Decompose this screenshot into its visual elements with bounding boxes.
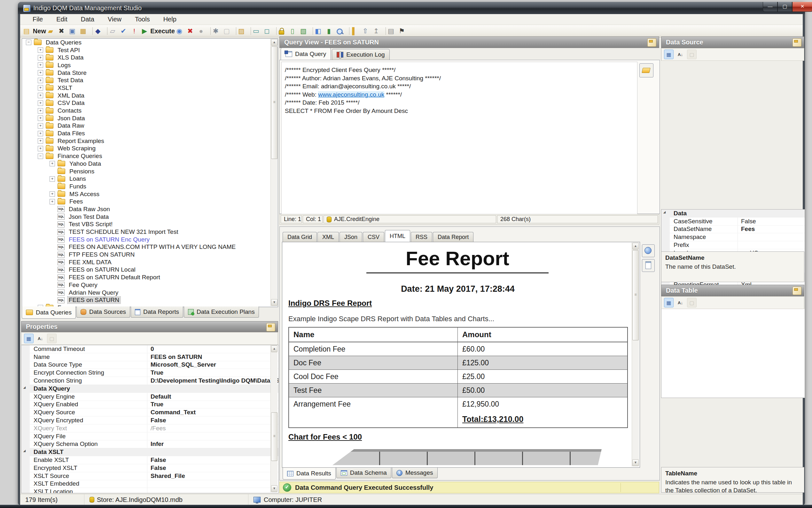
property-value[interactable]: Default	[147, 393, 279, 400]
preview-scrollbar[interactable]: ▲ ▼	[632, 243, 639, 466]
tree-item[interactable]: Loans	[22, 175, 278, 183]
property-value[interactable]: Microsoft_SQL_Server	[147, 361, 279, 369]
property-pages-button[interactable]: ▢	[47, 334, 57, 343]
tree-scroll-thumb[interactable]	[271, 46, 278, 159]
property-value[interactable]	[147, 385, 279, 392]
query-tab[interactable]: Execution Log	[332, 49, 389, 60]
tree-item[interactable]: Json Data	[22, 115, 278, 122]
property-value[interactable]: False	[147, 417, 279, 424]
property-row[interactable]: Encrypted XSLT False	[21, 464, 279, 472]
explorer-tab[interactable]: Data Execution Plans	[184, 306, 259, 318]
tree-item[interactable]: FEES on SATURN	[22, 296, 278, 304]
open-in-browser-button[interactable]	[642, 244, 655, 257]
toolbar-button[interactable]	[234, 26, 238, 36]
property-row[interactable]: XQuery Text /Fees	[21, 424, 279, 432]
property-value[interactable]: D:\Development Testing\Indigo DQM\Data\J…	[147, 377, 279, 384]
tree-item[interactable]: Test VBS Script!	[22, 221, 278, 228]
tree-expander-icon[interactable]	[38, 62, 43, 68]
data-source-menu-icon[interactable]	[793, 38, 802, 47]
tree-expander-icon[interactable]	[50, 199, 55, 204]
alphabetical-sort-button[interactable]: A↓	[675, 298, 685, 307]
tree-expander-icon[interactable]	[38, 55, 43, 60]
results-bottom-tab[interactable]: Messages	[392, 468, 438, 478]
property-row[interactable]: XQuery Engine Default	[21, 393, 279, 401]
scroll-up-icon[interactable]: ▲	[271, 345, 278, 352]
explorer-tab[interactable]: Data Sources	[77, 306, 130, 318]
tree-item[interactable]: FEES on SATURN Local	[22, 266, 278, 274]
tree-expander-icon[interactable]	[38, 70, 43, 76]
property-value[interactable]: 0	[147, 345, 279, 353]
export-button[interactable]: ▨	[238, 26, 249, 36]
tree-item[interactable]: FEE XML DATA	[22, 258, 278, 266]
tree-item[interactable]: Data Raw	[22, 122, 278, 130]
report-book-button[interactable]: ▮	[326, 26, 337, 36]
remote-computer-button[interactable]: ◧	[315, 26, 326, 36]
property-value[interactable]: Shared_File	[147, 472, 279, 480]
save-output-button[interactable]	[642, 259, 655, 272]
toolbar-button[interactable]	[91, 26, 95, 36]
query-editor[interactable]: /****** Encrypted Client Fees Query ****…	[281, 62, 637, 216]
web-link[interactable]: www.ajeconsulting.co.uk	[318, 91, 384, 98]
result-format-tab[interactable]: XML	[318, 232, 339, 242]
print-button[interactable]: ▭	[253, 26, 264, 36]
print-preview-button[interactable]: ◻	[264, 26, 275, 36]
archive-folders-button[interactable]: ▌	[351, 26, 362, 36]
edit-disabled-button[interactable]: ▢	[224, 26, 234, 36]
titlebar[interactable]: Indigo DQM Data Management Studio	[18, 2, 805, 14]
tree-expander-icon[interactable]	[38, 138, 43, 144]
explorer-tab[interactable]: Data Queries	[22, 306, 76, 319]
property-value[interactable]	[737, 210, 805, 217]
configure-button[interactable]: ✱	[212, 26, 224, 36]
property-row[interactable]: XSLT Embedded	[21, 480, 279, 488]
data-table-menu-icon[interactable]	[793, 287, 802, 295]
tree-item[interactable]: FEES on SATURN Enc Query	[22, 236, 278, 244]
tree-item[interactable]: Test API	[22, 46, 278, 54]
tree-item[interactable]: XLS Data	[22, 54, 278, 61]
toolbar-button[interactable]	[105, 26, 109, 36]
check-alert-button[interactable]: !	[131, 26, 142, 36]
toolbar-button[interactable]	[249, 26, 253, 36]
tree-item[interactable]: Funds	[22, 183, 278, 190]
paste-button[interactable]: ▦	[80, 26, 91, 36]
tree-item[interactable]: Json Test Data	[22, 213, 278, 221]
results-bottom-tab[interactable]: Data Schema	[336, 468, 391, 478]
alphabetical-sort-button[interactable]: A↓	[36, 334, 45, 343]
tree-expander-icon[interactable]	[38, 154, 43, 159]
property-row[interactable]: Data Source Type Microsoft_SQL_Server	[21, 361, 279, 369]
property-value[interactable]: True	[147, 369, 279, 377]
delete-button[interactable]: ✖	[58, 26, 69, 36]
toolbar-button[interactable]	[209, 26, 212, 36]
open-button[interactable]: ▰	[47, 26, 58, 36]
menu-item[interactable]: Data	[74, 14, 101, 25]
property-row[interactable]: DataSetName Fees	[661, 225, 805, 234]
scroll-down-icon[interactable]: ▼	[271, 485, 278, 492]
tree-item[interactable]: Adrian New Query	[22, 289, 278, 297]
document-up-button[interactable]: ↥	[373, 26, 384, 36]
tree-item[interactable]: Test Data	[22, 77, 278, 84]
save-button[interactable]: ◆	[95, 26, 105, 36]
encrypt-lock-button[interactable]	[279, 26, 289, 36]
refresh-web-button[interactable]: ◉	[176, 26, 187, 36]
property-value[interactable]: /Fees	[147, 424, 279, 432]
tree-expander-icon[interactable]	[38, 123, 43, 129]
copy-button[interactable]: ▣	[69, 26, 80, 36]
tree-item[interactable]: CSV Data	[22, 99, 278, 107]
tree-item[interactable]: TEST SCHEDULE NEW 321 Import Test	[22, 228, 278, 236]
open-query-file-button[interactable]	[639, 64, 654, 77]
property-row[interactable]: Name FEES on SATURN	[21, 353, 279, 361]
result-format-tab[interactable]: CSV	[363, 232, 384, 242]
menu-item[interactable]: File	[26, 14, 50, 25]
property-row[interactable]: XQuery Encrypted False	[21, 417, 279, 424]
tree-item[interactable]: Pensions	[22, 168, 278, 175]
results-bottom-tab[interactable]: Data Results	[283, 468, 336, 479]
categorized-view-button[interactable]: ▦	[664, 50, 674, 59]
result-format-tab[interactable]: RSS	[411, 232, 432, 242]
tree-expander-icon[interactable]	[38, 146, 43, 151]
property-value[interactable]: False	[147, 464, 279, 472]
result-format-tab[interactable]: JSon	[339, 232, 362, 242]
result-format-tab[interactable]: Data Report	[433, 232, 473, 242]
tree-item[interactable]: FEES ON AJEVANS.COM HTTP WITH A VERY LON…	[22, 244, 278, 251]
scroll-down-icon[interactable]: ▼	[271, 299, 278, 306]
tree-item[interactable]: FTP FEES ON SATURN	[22, 251, 278, 258]
tree-item[interactable]: Yahoo Data	[22, 160, 278, 168]
